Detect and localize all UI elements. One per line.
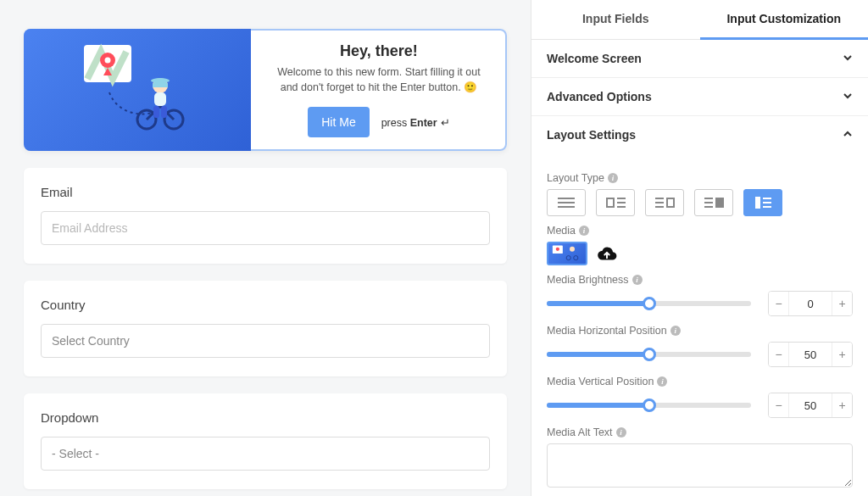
accordion-welcome-screen-label: Welcome Screen: [547, 52, 642, 65]
dropdown-select[interactable]: - Select -: [41, 437, 490, 471]
svg-point-15: [570, 247, 575, 252]
info-icon[interactable]: i: [657, 376, 667, 387]
field-label-email: Email: [41, 185, 490, 199]
chevron-up-icon: [843, 129, 853, 142]
press-key: Enter: [410, 117, 437, 129]
svg-point-7: [151, 78, 170, 83]
brightness-decrement[interactable]: −: [769, 292, 789, 315]
media-label: Media i: [547, 225, 853, 237]
svg-point-14: [574, 256, 578, 260]
press-enter-hint: press Enter↵: [381, 116, 450, 129]
welcome-actions: Hit Me press Enter↵: [308, 107, 449, 137]
welcome-card[interactable]: Hey, there! Welcome to this new form. St…: [24, 29, 507, 151]
layout-type-group: [547, 189, 853, 216]
brightness-label-text: Media Brightness: [547, 274, 629, 286]
field-card-dropdown[interactable]: Dropdown - Select -: [24, 393, 507, 489]
accordion-advanced-options[interactable]: Advanced Options: [531, 78, 868, 116]
svg-point-12: [556, 248, 559, 251]
info-icon[interactable]: i: [579, 226, 589, 236]
vpos-label-text: Media Vertical Position: [547, 376, 654, 387]
brightness-increment[interactable]: +: [832, 292, 852, 315]
tab-input-customization[interactable]: Input Customization: [700, 0, 869, 40]
layout-type-label-text: Layout Type: [547, 172, 604, 184]
layout-type-label: Layout Type i: [547, 172, 853, 184]
brightness-stepper[interactable]: − +: [768, 291, 853, 316]
hpos-row: − +: [547, 342, 853, 367]
vpos-row: − +: [547, 393, 853, 418]
welcome-cta-button[interactable]: Hit Me: [308, 107, 369, 137]
upload-media-icon[interactable]: [596, 243, 616, 264]
brightness-label: Media Brightness i: [547, 274, 853, 286]
layout-type-media-right[interactable]: [694, 189, 733, 216]
info-icon[interactable]: i: [632, 275, 643, 285]
hpos-stepper[interactable]: − +: [768, 342, 853, 367]
svg-point-2: [104, 58, 110, 64]
vpos-label: Media Vertical Position i: [547, 376, 853, 387]
vpos-value-input[interactable]: [789, 399, 832, 412]
media-thumbnail[interactable]: [547, 242, 587, 265]
welcome-media: [24, 29, 251, 151]
email-input[interactable]: [41, 211, 490, 245]
svg-rect-8: [154, 92, 166, 106]
accordion-welcome-screen[interactable]: Welcome Screen: [531, 40, 868, 78]
settings-tabs: Input Fields Input Customization: [531, 0, 868, 40]
info-icon[interactable]: i: [616, 427, 626, 437]
hpos-increment[interactable]: +: [832, 343, 852, 366]
hpos-value-input[interactable]: [789, 348, 832, 361]
field-label-country: Country: [41, 298, 490, 312]
press-prefix: press: [381, 117, 410, 129]
svg-rect-10: [161, 106, 167, 118]
hpos-slider[interactable]: [547, 352, 751, 357]
brightness-row: − +: [547, 291, 853, 316]
vpos-stepper[interactable]: − +: [768, 393, 853, 418]
brightness-slider[interactable]: [547, 301, 751, 306]
accordion-advanced-options-label: Advanced Options: [547, 90, 652, 103]
layout-type-media-left[interactable]: [743, 189, 782, 216]
layout-type-media-top-left[interactable]: [596, 189, 635, 216]
hpos-decrement[interactable]: −: [769, 343, 789, 366]
chevron-down-icon: [843, 91, 853, 103]
media-label-text: Media: [547, 225, 576, 237]
svg-point-13: [566, 256, 570, 260]
vpos-slider[interactable]: [547, 403, 751, 408]
field-card-country[interactable]: Country Select Country: [24, 281, 507, 376]
field-label-dropdown: Dropdown: [41, 410, 490, 425]
welcome-description: Welcome to this new form. Start filling …: [270, 65, 488, 95]
accordion-layout-settings[interactable]: Layout Settings: [531, 116, 868, 153]
layout-settings-body: Layout Type i: [531, 153, 868, 496]
welcome-body: Hey, there! Welcome to this new form. St…: [251, 29, 507, 151]
vpos-increment[interactable]: +: [832, 393, 852, 417]
layout-type-text-only[interactable]: [547, 189, 586, 216]
tab-input-fields[interactable]: Input Fields: [531, 0, 700, 39]
info-icon[interactable]: i: [670, 326, 681, 336]
layout-type-media-top-right[interactable]: [645, 189, 684, 216]
vpos-decrement[interactable]: −: [769, 393, 789, 417]
info-icon[interactable]: i: [608, 173, 618, 183]
chevron-down-icon: [843, 53, 853, 65]
form-preview-pane: Hey, there! Welcome to this new form. St…: [0, 0, 531, 496]
hpos-label: Media Horizontal Position i: [547, 325, 853, 337]
dropdown-select-placeholder: - Select -: [52, 447, 99, 460]
hpos-label-text: Media Horizontal Position: [547, 325, 667, 337]
svg-rect-9: [153, 106, 159, 118]
country-select-placeholder: Select Country: [52, 334, 130, 348]
brightness-value-input[interactable]: [789, 298, 832, 310]
welcome-illustration-icon: [74, 43, 201, 137]
settings-panel: Input Fields Input Customization Welcome…: [531, 0, 868, 496]
alt-text-label: Media Alt Text i: [547, 426, 853, 438]
enter-icon: ↵: [441, 117, 450, 129]
country-select[interactable]: Select Country: [41, 324, 490, 358]
alt-text-label-text: Media Alt Text: [547, 426, 613, 438]
alt-text-textarea[interactable]: [547, 443, 853, 488]
accordion-layout-settings-label: Layout Settings: [547, 128, 636, 142]
welcome-title: Hey, there!: [340, 42, 418, 60]
media-controls: [547, 242, 853, 265]
field-card-email[interactable]: Email: [24, 168, 507, 264]
